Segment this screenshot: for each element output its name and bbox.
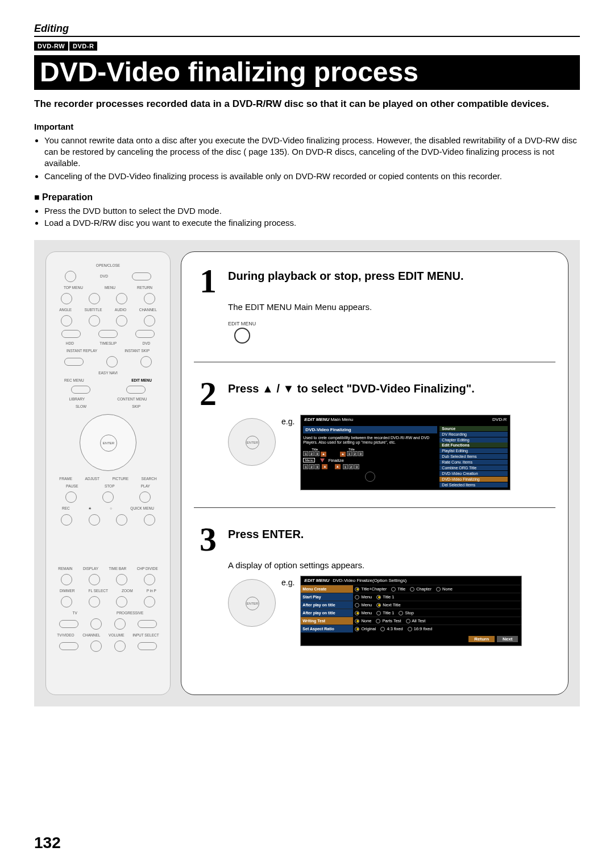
remote-label: TIMESLIP <box>99 341 117 345</box>
option-choice: 4:3 fixed <box>380 626 403 631</box>
remote-label: SUBTITLE <box>84 308 102 312</box>
button-icon <box>144 596 155 607</box>
button-icon <box>106 356 118 367</box>
remote-label: REMAIN <box>58 567 72 571</box>
remote-label: OPEN/CLOSE <box>96 263 120 267</box>
pill-button-icon <box>138 620 157 628</box>
button-icon <box>144 574 155 585</box>
button-icon <box>144 315 155 326</box>
enter-button-icon: ENTER <box>100 435 117 452</box>
next-button: Next <box>497 636 518 642</box>
menu-item: Combine ORG Title <box>439 465 508 470</box>
button-icon <box>144 293 155 304</box>
option-row-label: Set Aspect Ratio <box>301 625 353 633</box>
radio-icon <box>376 595 381 600</box>
remote-label: REC <box>62 506 70 510</box>
button-icon <box>116 315 127 326</box>
option-row-label: After play on title <box>301 609 353 617</box>
button-icon <box>61 574 72 585</box>
button-icon <box>90 640 102 652</box>
option-choice: Stop <box>399 610 414 615</box>
remote-label: CHANNEL <box>139 308 157 312</box>
step-title: During playback or stop, press EDIT MENU… <box>228 266 464 283</box>
finalize-label: Finalize <box>328 458 344 463</box>
menu-heading: DVD-Video Finalizing <box>303 426 437 433</box>
radio-icon <box>376 611 381 615</box>
remote-label: PLAY <box>141 484 150 488</box>
option-choice: Title 1 <box>376 594 394 600</box>
section-header: Editing <box>34 23 580 37</box>
disc-indicator: DVD-R <box>492 417 507 422</box>
remote-label: AUDIO <box>115 308 127 312</box>
example-label: e.g. <box>281 415 294 426</box>
step-title: Press ▲ / ▼ to select "DVD-Video Finaliz… <box>228 378 475 395</box>
button-icon <box>89 574 100 585</box>
steps-container: 1 During playback or stop, press EDIT ME… <box>181 251 569 695</box>
option-row-values: Original 4:3 fixed 16:9 fixed <box>353 625 521 633</box>
radio-icon <box>355 627 359 631</box>
note-item: Canceling of the DVD-Video finalizing pr… <box>44 171 580 182</box>
radio-icon <box>399 611 403 615</box>
menu-item: Rate Conv. Items <box>439 460 508 465</box>
remote-label: HDD <box>66 341 74 345</box>
remote-label: SLOW <box>76 404 86 408</box>
option-row-label: Menu Create <box>301 585 353 593</box>
pill-button-icon <box>59 642 78 650</box>
button-icon <box>114 618 126 630</box>
remote-label: PROGRESSIVE <box>117 611 143 615</box>
preparation-list: Press the DVD button to select the DVD m… <box>34 205 580 229</box>
dpad-hint-icon: ENTER <box>228 579 276 627</box>
remote-label: TIME BAR <box>109 567 126 571</box>
option-choice: Chapter <box>410 586 432 592</box>
option-choice: Title+Chapter <box>355 586 387 592</box>
option-choice: 16:9 fixed <box>408 626 433 631</box>
menu-group-head: Edit Functions <box>439 443 508 448</box>
button-icon <box>89 293 100 304</box>
remote-label: CONTENT MENU <box>117 397 147 401</box>
option-row-values: Menu Next Title <box>353 601 521 609</box>
radio-icon <box>355 603 359 607</box>
divider <box>194 362 555 362</box>
remote-label: DVD <box>143 341 151 345</box>
remote-label: EASY NAVI <box>98 371 118 375</box>
radio-icon <box>408 627 412 631</box>
button-icon <box>61 514 72 526</box>
remote-label: MENU <box>105 286 115 290</box>
radio-icon <box>436 587 441 592</box>
important-notes: You cannot rewrite data onto a disc afte… <box>34 135 580 182</box>
step-1: 1 During playback or stop, press EDIT ME… <box>194 266 555 345</box>
menu-box: Menu <box>303 458 315 462</box>
menu-item: Playlist Editing <box>439 448 508 453</box>
button-icon <box>116 514 127 526</box>
remote-label: INPUT SELECT <box>132 633 159 637</box>
hint-label: EDIT MENU <box>228 321 256 326</box>
remote-label: FL SELECT <box>89 589 108 593</box>
remote-label: VOLUME <box>109 633 124 637</box>
button-icon <box>89 514 100 526</box>
badge-dvd-rw: DVD-RW <box>34 42 68 51</box>
remote-label: TV <box>73 611 77 615</box>
edit-menu-button-hint: EDIT MENU <box>228 321 256 345</box>
remote-label: INSTANT REPLAY <box>67 349 97 353</box>
button-icon <box>114 640 126 652</box>
button-icon <box>140 356 152 367</box>
return-button: Return <box>468 636 495 642</box>
dpad-hint-icon: ENTER <box>228 418 276 466</box>
preparation-heading: Preparation <box>34 192 580 202</box>
option-choice: Menu <box>355 610 372 615</box>
button-icon <box>116 574 127 585</box>
pill-button-icon <box>126 386 146 394</box>
remote-label: RETURN <box>137 286 152 290</box>
menu-description: Used to crete compatibility between the … <box>303 435 437 447</box>
remote-label: STOP <box>105 484 115 488</box>
button-icon <box>89 315 100 326</box>
remote-label-editmenu: EDIT MENU <box>131 378 152 382</box>
option-choice: Parts Test <box>376 618 401 623</box>
button-icon <box>116 596 127 607</box>
remote-label: SKIP <box>132 404 140 408</box>
remote-label: QUICK MENU <box>130 506 154 510</box>
remote-label: TOP MENU <box>64 286 83 290</box>
option-choice: Menu <box>355 594 372 600</box>
option-choice: Original <box>355 626 376 631</box>
remote-label: ANGLE <box>59 308 72 312</box>
